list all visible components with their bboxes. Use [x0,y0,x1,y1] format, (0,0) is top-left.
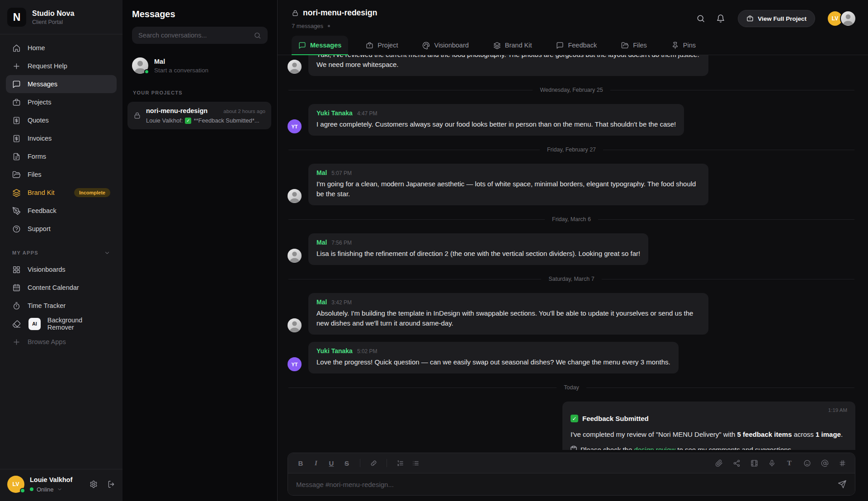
sidebar-app-content-calendar[interactable]: Content Calendar [6,279,117,297]
smile-button[interactable] [801,457,813,469]
tab-files[interactable]: Files [614,36,654,55]
toolbar-separator [360,459,360,467]
avatar-initials: YT [288,357,302,371]
paperclip-button[interactable] [712,457,725,469]
mic-icon [768,459,776,467]
chat-header: nori-menu-redesign 7 messages View Full … [278,0,868,29]
message-time: 3:42 PM [331,299,352,306]
paperclip-icon [715,459,723,467]
chat-message-own: 1:19 AM ✓ Feedback Submitted I've comple… [288,402,855,450]
tab-pins[interactable]: Pins [665,36,703,55]
design-review-link[interactable]: design review [634,446,675,450]
sidebar-app-time-tracker[interactable]: Time Tracker [6,297,117,315]
sidebar-item-files[interactable]: Files [6,165,117,184]
underline-button[interactable]: U [325,457,338,469]
at-button[interactable] [818,457,831,469]
sidebar-item-forms[interactable]: Forms [6,147,117,165]
sidebar-item-home[interactable]: Home [6,39,117,57]
message-input[interactable] [296,481,832,488]
mic-button[interactable] [765,457,778,469]
tab-label: Files [633,42,647,49]
link-icon [370,459,377,467]
grid-icon [12,265,21,274]
at-icon [821,459,829,467]
sidebar-item-feedback[interactable]: Feedback [6,202,117,220]
bell-icon [716,14,725,23]
my-apps-nav: VisionboardsContent CalendarTime Tracker… [0,260,123,351]
composer-toolbar: BIUS T [288,453,855,473]
user-status[interactable]: Online [30,486,84,493]
sidebar-item-projects[interactable]: Projects [6,93,117,111]
tab-label: Pins [683,42,696,49]
share-button[interactable] [730,457,743,469]
sidebar-app-label: Browse Apps [28,338,66,345]
message-time: 5:02 PM [357,348,377,354]
list-ordered-icon [396,459,404,467]
feedback-submitted-card: 1:19 AM ✓ Feedback Submitted I've comple… [562,402,855,450]
sidebar-app-browse-apps[interactable]: Browse Apps [6,333,117,351]
online-dot [20,488,25,493]
tab-visionboard[interactable]: Visionboard [415,36,475,55]
hash-button[interactable] [836,457,849,469]
view-full-project-button[interactable]: View Full Project [738,10,815,27]
layers-icon [493,42,501,49]
plus-icon [12,62,21,71]
tab-label: Feedback [568,42,597,49]
your-projects-label: YOUR PROJECTS [123,78,277,98]
my-apps-header[interactable]: MY APPS [0,238,123,260]
sidebar-item-quotes[interactable]: Quotes [6,111,117,129]
sidebar-item-label: Brand Kit [28,189,55,196]
avatar-photo [288,249,302,263]
tab-messages[interactable]: Messages [292,36,348,55]
sidebar-app-visionboards[interactable]: Visionboards [6,260,117,279]
search-icon [254,32,261,39]
list-bullet-button[interactable] [409,457,422,469]
send-icon [838,480,847,489]
tab-project[interactable]: Project [359,36,405,55]
bold-button[interactable]: B [294,457,307,469]
sidebar: N Studio Nova Client Portal HomeRequest … [0,0,123,501]
italic-button[interactable]: I [310,457,322,469]
strikethrough-button[interactable]: S [340,457,353,469]
spacer [0,351,123,469]
gear-icon[interactable] [90,480,98,488]
date-divider: Friday, February 27 [288,147,854,153]
sidebar-item-invoices[interactable]: Invoices [6,129,117,147]
project-name: nori-menu-redesign [146,107,208,114]
film-button[interactable] [748,457,760,469]
date-divider: Today [288,384,854,391]
logout-icon[interactable] [107,480,115,488]
gear-icon [90,480,98,488]
search-icon[interactable] [696,14,705,23]
list-ordered-button[interactable] [394,457,406,469]
sidebar-item-request-help[interactable]: Request Help [6,57,117,75]
conversation-item-project[interactable]: nori-menu-redesign about 2 hours ago Lou… [127,102,271,129]
link-button[interactable] [367,457,380,469]
send-icon[interactable] [838,480,847,489]
sidebar-item-support[interactable]: Support [6,220,117,238]
sidebar-app-label: Time Tracker [28,302,66,309]
composer-input-row [288,473,855,495]
message-time: 4:47 PM [357,110,377,117]
eraser-icon [12,320,21,328]
message-text: I'm going for a clean, modern Japanese a… [316,179,700,199]
conversation-item-mal[interactable]: Mal Start a conversation [123,53,277,78]
lock-icon [133,112,141,119]
bell-icon[interactable] [716,14,725,23]
sidebar-item-brand-kit[interactable]: Brand KitIncomplete [6,184,117,202]
participant-avatars[interactable]: LV [827,10,856,27]
message-bubble: Mal Yuki, I've reviewed the current menu… [308,55,708,76]
search-input[interactable] [138,32,249,39]
lock-icon [133,112,141,119]
sidebar-app-background-remover[interactable]: AIBackground Remover [6,315,117,333]
conversation-search[interactable] [132,27,268,44]
layers-icon [12,189,21,197]
sidebar-item-messages[interactable]: Messages [6,75,117,93]
status-dot [30,487,33,491]
message-list[interactable]: Mal Yuki, I've reviewed the current menu… [278,55,868,450]
tab-feedback[interactable]: Feedback [549,36,604,55]
tab-brand-kit[interactable]: Brand Kit [486,36,539,55]
sidebar-item-label: Messages [28,80,57,88]
type-button[interactable]: T [783,457,796,469]
chat-message: YT Yuki Tanaka 4:47 PM I agree completel… [288,104,855,136]
